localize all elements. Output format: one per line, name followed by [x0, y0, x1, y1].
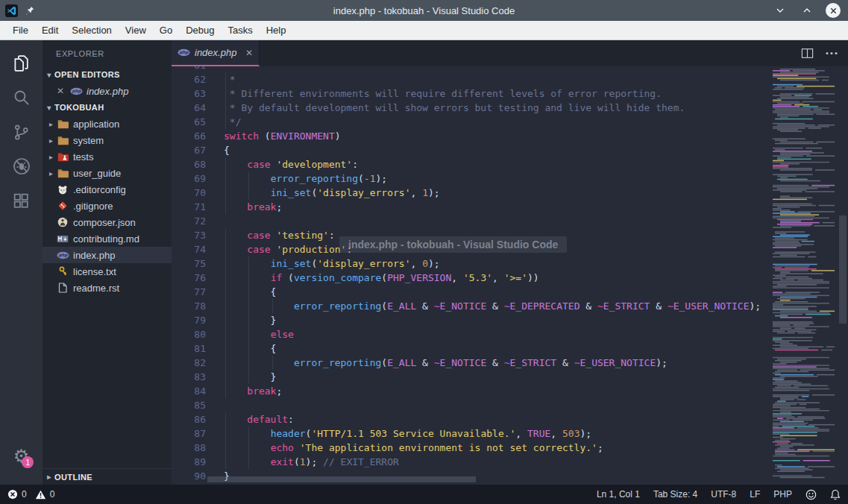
menu-go[interactable]: Go [153, 22, 179, 38]
chevron-down-icon: ▾ [44, 71, 54, 79]
code-line-85[interactable]: 85 [172, 398, 770, 412]
tab-size[interactable]: Tab Size: 4 [653, 489, 697, 500]
error-icon [7, 489, 18, 500]
editor[interactable]: 6162 *63 * Different environments will r… [172, 66, 848, 485]
code-line-63[interactable]: 63 * Different environments will require… [172, 86, 770, 101]
tree-item-contributing-md[interactable]: contributing.md [43, 230, 172, 247]
close-button[interactable] [826, 3, 841, 18]
svg-text:php: php [72, 89, 81, 94]
activitybar-extensions-button[interactable] [4, 183, 40, 218]
code-line-65[interactable]: 65 */ [172, 115, 770, 129]
code-line-84[interactable]: 84 break; [172, 384, 770, 398]
pin-icon[interactable] [25, 6, 35, 16]
code-line-77[interactable]: 77 { [172, 285, 770, 299]
tab-index-php[interactable]: php index.php ✕ [172, 40, 260, 66]
eol[interactable]: LF [750, 489, 760, 500]
line-number: 78 [172, 299, 218, 313]
menu-file[interactable]: File [6, 22, 35, 38]
close-icon[interactable]: ✕ [54, 86, 66, 96]
feedback-smiley-button[interactable] [805, 489, 817, 500]
code-line-82[interactable]: 82 error_reporting(E_ALL & ~E_NOTICE & ~… [172, 356, 770, 370]
code-line-66[interactable]: 66switch (ENVIRONMENT) [172, 129, 770, 143]
code-line-86[interactable]: 86 default: [172, 412, 770, 426]
open-editor-index.php[interactable]: ✕phpindex.php [43, 83, 172, 99]
encoding[interactable]: UTF-8 [711, 489, 736, 500]
code-line-76[interactable]: 76 if (version_compare(PHP_VERSION, '5.3… [172, 271, 770, 285]
code-line-81[interactable]: 81 { [172, 341, 770, 356]
editorconfig-icon [56, 183, 69, 195]
chevron-down-icon: ▾ [44, 104, 54, 112]
code-line-88[interactable]: 88 echo 'The application environment is … [172, 441, 770, 455]
maximize-button[interactable] [799, 2, 815, 19]
code-line-89[interactable]: 89 exit(1); // EXIT_ERROR [172, 455, 770, 469]
tab-bar: php index.php ✕ [172, 40, 848, 66]
code-line-87[interactable]: 87 header('HTTP/1.1 503 Service Unavaila… [172, 426, 770, 441]
tree-item-gitignore[interactable]: .gitignore [43, 198, 172, 214]
activitybar-search-button[interactable] [4, 81, 40, 115]
language-mode[interactable]: PHP [773, 489, 792, 500]
line-number: 89 [172, 455, 218, 469]
more-actions-button[interactable] [826, 51, 838, 55]
outline-section[interactable]: ▸ OUTLINE [43, 468, 172, 485]
settings-button[interactable]: ⚙ 1 [13, 447, 30, 465]
root-folder-section[interactable]: ▾ TOKOBUAH [43, 99, 172, 116]
open-editors-section[interactable]: ▾ OPEN EDITORS [43, 66, 172, 83]
tab-close-icon[interactable]: ✕ [245, 48, 253, 58]
activitybar-source-control-button[interactable] [4, 115, 40, 149]
tree-item-user_guide[interactable]: ▸user_guide [43, 165, 172, 181]
code-area[interactable]: 6162 *63 * Different environments will r… [172, 66, 770, 485]
line-number: 88 [172, 441, 218, 455]
svg-text:php: php [179, 50, 189, 55]
code-line-78[interactable]: 78 error_reporting(E_ALL & ~E_NOTICE & ~… [172, 299, 770, 313]
markdown-icon [56, 233, 69, 245]
code-line-61[interactable]: 61 [172, 66, 770, 72]
extensions-icon [12, 192, 31, 210]
tree-item-application[interactable]: ▸application [43, 116, 172, 132]
code-line-69[interactable]: 69 error_reporting(-1); [172, 171, 770, 186]
notifications-bell-button[interactable] [830, 489, 841, 500]
code-line-62[interactable]: 62 * [172, 72, 770, 86]
menu-selection[interactable]: Selection [65, 22, 118, 38]
tree-item-system[interactable]: ▸system [43, 132, 172, 148]
code-line-83[interactable]: 83 } [172, 370, 770, 384]
code-line-68[interactable]: 68 case 'development': [172, 157, 770, 171]
code-line-71[interactable]: 71 break; [172, 200, 770, 214]
window-title: index.php - tokobuah - Visual Studio Cod… [0, 5, 848, 16]
menu-edit[interactable]: Edit [35, 22, 65, 38]
line-number: 64 [172, 101, 218, 115]
line-number: 86 [172, 412, 218, 426]
code-line-79[interactable]: 79 } [172, 313, 770, 327]
folder-icon [56, 134, 69, 146]
minimap[interactable] [770, 66, 838, 485]
split-editor-button[interactable] [801, 48, 814, 59]
problems-indicator[interactable]: 0 0 [7, 489, 54, 500]
menu-tasks[interactable]: Tasks [221, 22, 259, 38]
tree-item-readme-rst[interactable]: readme.rst [43, 280, 172, 296]
code-line-73[interactable]: 73 case 'testing': [172, 228, 770, 242]
code-line-67[interactable]: 67{ [172, 143, 770, 157]
code-line-70[interactable]: 70 ini_set('display_errors', 1); [172, 186, 770, 200]
menu-debug[interactable]: Debug [179, 22, 221, 38]
code-line-64[interactable]: 64 * By default development will show er… [172, 101, 770, 115]
code-line-72[interactable]: 72 [172, 214, 770, 228]
vertical-scrollbar-thumb[interactable] [839, 215, 847, 324]
tree-item-index-php[interactable]: phpindex.php [43, 247, 172, 263]
horizontal-scrollbar-thumb[interactable] [207, 476, 476, 482]
minimize-button[interactable] [772, 2, 788, 19]
menu-help[interactable]: Help [260, 22, 293, 38]
tree-item-label: license.txt [73, 266, 116, 277]
tree-item-editorconfig[interactable]: .editorconfig [43, 181, 172, 198]
activitybar-debug-button[interactable] [4, 149, 40, 183]
code-line-80[interactable]: 80 else [172, 327, 770, 341]
chevron-right-icon: ▸ [46, 169, 56, 177]
tree-item-composer-json[interactable]: composer.json [43, 214, 172, 230]
menu-view[interactable]: View [119, 22, 153, 38]
tree-item-label: .gitignore [73, 201, 113, 212]
code-line-75[interactable]: 75 ini_set('display_errors', 0); [172, 256, 770, 271]
code-line-74[interactable]: 74 case 'production': [172, 242, 770, 256]
vertical-scrollbar[interactable] [838, 66, 848, 485]
tree-item-license-txt[interactable]: license.txt [43, 263, 172, 280]
activitybar-explorer-button[interactable] [4, 46, 40, 81]
cursor-position[interactable]: Ln 1, Col 1 [597, 489, 640, 500]
tree-item-tests[interactable]: ▸tests [43, 148, 172, 165]
